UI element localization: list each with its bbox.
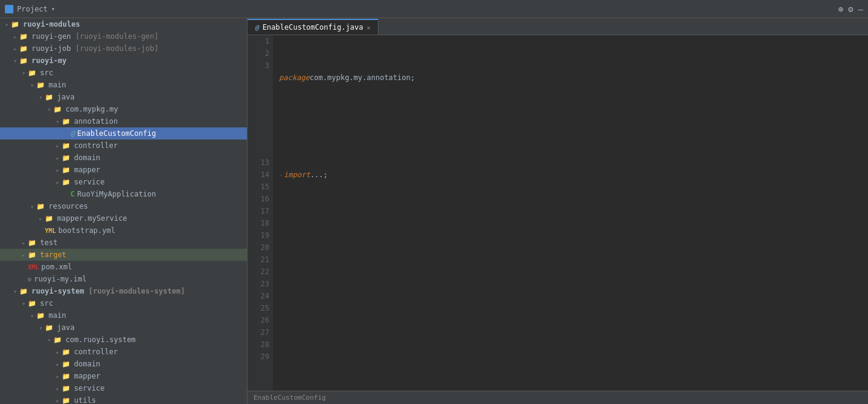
code-line-blank2 xyxy=(279,254,868,266)
folder-icon-ruoyi-system xyxy=(19,288,29,295)
label-utils: utils xyxy=(74,396,96,404)
tree-item-com-ruoyi-system[interactable]: com.ruoyi.system xyxy=(0,334,247,346)
yml-icon: YML xyxy=(45,227,56,234)
arrow-java xyxy=(36,94,45,101)
folder-icon-java: 📁 xyxy=(45,93,55,101)
tree-item-main2[interactable]: main xyxy=(0,309,247,322)
arrow-java2 xyxy=(36,325,45,331)
label-src2: src xyxy=(40,299,53,308)
label-controller2: controller xyxy=(74,348,118,356)
tree-item-ruoyi-my-iml[interactable]: ⚙ ruoyi-my.iml xyxy=(0,273,247,285)
label-mapper-myService: mapper.myService xyxy=(57,214,127,223)
project-tree: ruoyi-modules ruoyi-gen [ruoyi-modules-g… xyxy=(0,18,247,404)
tree-item-bootstrap-yml[interactable]: YML bootstrap.yml xyxy=(0,224,247,237)
tree-item-mapper[interactable]: mapper xyxy=(0,164,247,176)
label-bootstrap-yml: bootstrap.yml xyxy=(58,226,115,235)
label-ruoyi-modules: ruoyi-modules xyxy=(23,20,80,29)
tree-item-test[interactable]: test xyxy=(0,237,247,249)
code-line-1: package com.mypkg.my.annotation; xyxy=(279,72,868,84)
tree-item-java2[interactable]: 📁 java xyxy=(0,322,247,334)
label-EnableCustomConfig: EnableCustomConfig xyxy=(77,129,156,138)
folder-icon-ruoyi-my xyxy=(19,57,29,64)
tree-item-ruoyi-gen[interactable]: ruoyi-gen [ruoyi-modules-gen] xyxy=(0,30,247,42)
iml-icon: ⚙ xyxy=(28,276,32,283)
tree-item-pom-xml[interactable]: XML pom.xml xyxy=(0,261,247,273)
tree-item-ruoyi-system[interactable]: ruoyi-system [ruoyi-modules-system] xyxy=(0,285,247,297)
arrow-src xyxy=(19,70,28,76)
arrow-src2 xyxy=(19,300,28,307)
tree-item-utils[interactable]: utils xyxy=(0,394,247,404)
arrow-controller xyxy=(53,143,62,149)
folder-icon-controller2 xyxy=(62,348,72,355)
tree-item-ruoyi-my[interactable]: ruoyi-my xyxy=(0,55,247,67)
label-java: java xyxy=(57,93,75,101)
arrow-service2 xyxy=(53,385,62,392)
label-service: service xyxy=(74,178,105,186)
tree-item-src[interactable]: src xyxy=(0,67,247,79)
label-mapper2: mapper xyxy=(74,372,100,380)
arrow-target xyxy=(19,252,28,258)
folder-icon-target xyxy=(28,251,38,258)
tree-item-service[interactable]: service xyxy=(0,176,247,188)
arrow-main xyxy=(28,82,36,89)
xml-icon: XML xyxy=(28,264,39,271)
code-editor[interactable]: 1 2 3 13 14 15 16 17 18 19 xyxy=(247,35,868,391)
tree-item-EnableCustomConfig[interactable]: @ EnableCustomConfig xyxy=(0,127,247,140)
tree-item-RuoYiMyApplication[interactable]: C RuoYiMyApplication xyxy=(0,188,247,200)
tree-item-ruoyi-modules[interactable]: ruoyi-modules xyxy=(0,18,247,30)
label-ruoyi-system: ruoyi-system [ruoyi-modules-system] xyxy=(32,287,185,295)
folder-icon-domain xyxy=(62,154,72,161)
tab-EnableCustomConfig[interactable]: @ EnableCustomConfig.java ✕ xyxy=(247,19,378,35)
arrow-mapper2 xyxy=(53,373,62,380)
tree-item-controller2[interactable]: controller xyxy=(0,346,247,358)
tree-item-annotation[interactable]: annotation xyxy=(0,115,247,127)
arrow-ruoyi-job xyxy=(11,45,19,52)
folder-icon-mapper-myService xyxy=(45,215,55,222)
label-ruoyi-my-iml: ruoyi-my.iml xyxy=(34,275,87,283)
project-dropdown-icon[interactable]: ▾ xyxy=(52,5,55,12)
status-bar: EnableCustomConfig xyxy=(247,391,868,404)
folder-icon-domain2 xyxy=(62,360,72,368)
folder-icon-resources xyxy=(36,203,46,210)
add-icon[interactable]: ⊕ xyxy=(838,4,843,14)
annotation-file-icon: @ xyxy=(70,129,75,138)
folder-icon-controller xyxy=(62,142,72,149)
tree-item-resources[interactable]: resources xyxy=(0,200,247,212)
tree-item-java[interactable]: 📁 java xyxy=(0,91,247,103)
tree-item-com-mypkg-my[interactable]: com.mypkg.my xyxy=(0,103,247,115)
arrow-domain xyxy=(53,155,62,161)
tree-item-mapper2[interactable]: mapper xyxy=(0,370,247,382)
code-line-blank5 xyxy=(279,363,868,375)
folder-icon-test xyxy=(28,239,38,246)
tab-close-icon[interactable]: ✕ xyxy=(367,24,371,31)
tree-item-domain2[interactable]: domain xyxy=(0,358,247,370)
settings-icon[interactable]: ⚙ xyxy=(848,4,853,14)
minimize-icon[interactable]: — xyxy=(858,4,863,14)
arrow-ruoyi-gen xyxy=(11,33,19,40)
tree-item-src2[interactable]: src xyxy=(0,297,247,309)
title-bar: Project ▾ ⊕ ⚙ — xyxy=(0,0,868,18)
code-line-2 xyxy=(279,120,868,132)
folder-icon-mapper2 xyxy=(62,372,72,380)
tab-label: EnableCustomConfig.java xyxy=(263,23,363,32)
tree-item-controller[interactable]: controller xyxy=(0,140,247,152)
line-numbers: 1 2 3 13 14 15 16 17 18 19 xyxy=(247,35,273,391)
tree-item-mapper-myService[interactable]: mapper.myService xyxy=(0,212,247,224)
label-src: src xyxy=(40,69,53,77)
code-content[interactable]: package com.mypkg.my.annotation; -import… xyxy=(273,35,868,391)
tree-item-ruoyi-job[interactable]: ruoyi-job [ruoyi-modules-job] xyxy=(0,42,247,55)
tree-item-target[interactable]: target xyxy=(0,249,247,261)
label-target: target xyxy=(40,251,66,259)
java-class-icon: C xyxy=(70,190,75,198)
label-pom-xml: pom.xml xyxy=(41,263,72,271)
arrow-ruoyi-my xyxy=(11,58,19,64)
tree-item-main[interactable]: main xyxy=(0,79,247,91)
label-test: test xyxy=(40,238,58,247)
status-filename: EnableCustomConfig xyxy=(254,394,326,402)
label-resources: resources xyxy=(49,202,88,210)
tree-item-domain[interactable]: domain xyxy=(0,152,247,164)
label-domain: domain xyxy=(74,153,100,162)
tree-item-service2[interactable]: service xyxy=(0,382,247,394)
arrow-domain2 xyxy=(53,361,62,368)
arrow-main2 xyxy=(28,312,36,319)
